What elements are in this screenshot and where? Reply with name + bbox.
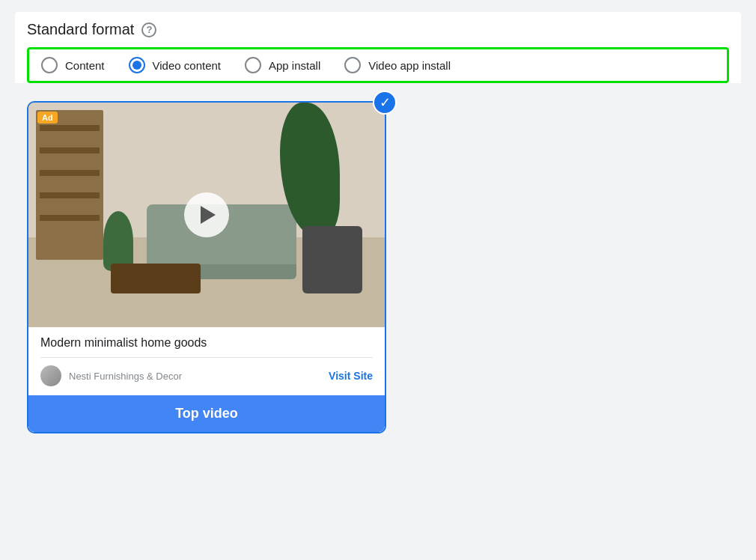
page-container: Standard format ? Content Video content … (0, 0, 756, 560)
radio-button-content[interactable] (41, 57, 58, 73)
visit-site-button[interactable]: Visit Site (329, 370, 373, 382)
chair (302, 226, 362, 293)
title-row: Standard format ? (27, 21, 729, 38)
card-footer: Nesti Furnishings & Decor Visit Site (40, 365, 373, 386)
radio-option-app-install[interactable]: App install (245, 57, 320, 73)
page-title: Standard format (27, 21, 134, 38)
radio-label-video-app-install: Video app install (368, 59, 451, 72)
coffee-table (111, 264, 201, 293)
brand-info: Nesti Furnishings & Decor (40, 365, 182, 386)
selected-badge: ✓ (373, 91, 397, 115)
radio-label-video-content: Video content (153, 59, 221, 72)
radio-label-content: Content (65, 59, 105, 72)
play-button[interactable] (184, 192, 229, 237)
brand-name: Nesti Furnishings & Decor (69, 371, 182, 382)
brand-icon (40, 365, 61, 386)
radio-inner-dot (132, 61, 141, 70)
radio-label-app-install: App install (269, 59, 320, 72)
ad-image-container: Ad (28, 103, 385, 327)
radio-option-video-content[interactable]: Video content (129, 57, 221, 73)
header-section: Standard format ? Content Video content … (15, 12, 741, 83)
play-icon (201, 206, 216, 224)
ad-badge: Ad (37, 112, 58, 124)
radio-option-content[interactable]: Content (41, 57, 105, 73)
radio-option-video-app-install[interactable]: Video app install (344, 57, 451, 73)
plant-left (103, 211, 133, 271)
content-area: ✓ Ad (15, 83, 741, 454)
card-banner: Top video (28, 395, 385, 432)
radio-button-video-app-install[interactable] (344, 57, 361, 73)
card-body: Modern minimalist home goods Nesti Furni… (28, 327, 385, 395)
help-icon[interactable]: ? (141, 22, 156, 37)
banner-label: Top video (175, 406, 238, 421)
divider (40, 357, 373, 358)
bookshelf (36, 110, 103, 260)
checkmark-icon: ✓ (379, 96, 391, 109)
radio-button-app-install[interactable] (245, 57, 261, 73)
ad-headline: Modern minimalist home goods (40, 336, 373, 350)
ad-card[interactable]: Ad (27, 101, 386, 433)
radio-button-video-content[interactable] (129, 57, 145, 73)
ad-card-wrapper: ✓ Ad (27, 101, 386, 433)
radio-group: Content Video content App install Video … (27, 47, 729, 83)
